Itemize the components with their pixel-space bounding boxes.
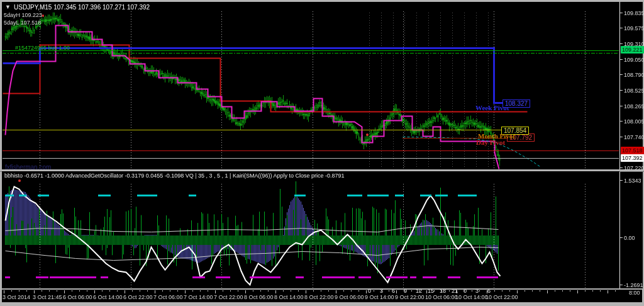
time-axis-label: 8 Oct 14:00: [274, 294, 304, 300]
month-pivot-label: Month Pivot: [478, 133, 515, 140]
price-axis-label: 108.005: [624, 118, 644, 125]
hour-number: 9: [404, 288, 407, 294]
five-day-high-label: 5dayH 109.223: [4, 13, 42, 18]
time-axis-label: 9 Oct 14:00: [365, 294, 394, 300]
price-axis-label: 108.265: [624, 103, 644, 110]
hour-number: 6: [392, 288, 395, 294]
osc-axis-label: 1.5343: [624, 178, 641, 184]
hour-number: 0: [368, 288, 371, 294]
price-axis-label: 108.790: [624, 72, 644, 78]
price-axis-label: 109.575: [624, 25, 644, 31]
hour-number: 0: [464, 288, 467, 294]
mt4-chart-window: ▼ USDJPY,M15 107.345 107.396 107.271 107…: [0, 0, 644, 306]
hour-number: 12: [416, 288, 422, 294]
price-axis-tag: 107.392: [621, 154, 644, 162]
time-axis-label: 10 Oct 14:00: [455, 294, 488, 300]
time-axis-label: 3 Oct 2014: [3, 294, 30, 300]
time-axis-label: 8 Oct 06:00: [244, 294, 274, 300]
corner-time-label: 8:00: [629, 290, 640, 296]
hour-number: 18: [440, 288, 446, 294]
collapse-icon[interactable]: ▼: [5, 4, 11, 10]
open-order-label: #154724965 buy 1.00: [15, 45, 70, 51]
price-axis-tag: 109.221: [621, 46, 644, 54]
time-axis-label: 10 Oct 06:00: [425, 294, 458, 300]
watermark: fxfisherman.com: [5, 164, 51, 171]
oscillator-panel[interactable]: [2, 171, 619, 288]
hour-number: 15: [428, 288, 434, 294]
price-axis-label: 108.525: [624, 88, 644, 94]
price-axis-tag: 107.518: [621, 147, 644, 154]
osc-axis-label: 0.00: [624, 235, 635, 241]
time-axis-label: 7 Oct 22:00: [214, 294, 243, 300]
time-axis-label: 9 Oct 06:00: [335, 294, 364, 300]
day-pivot-label: Day Pivot: [476, 139, 505, 146]
time-axis-label: 7 Oct 14:00: [184, 294, 213, 300]
hour-number: 6: [487, 288, 491, 294]
price-axis-label: 107.740: [624, 134, 644, 140]
time-axis-label: 10 Oct 22:00: [486, 294, 518, 300]
time-axis-label: 6 Oct 22:00: [123, 294, 153, 300]
time-axis-label: 3 Oct 21:45: [33, 294, 62, 300]
week-pivot-price-tag: 108.327: [502, 99, 530, 108]
time-axis-label: 8 Oct 22:00: [304, 294, 334, 300]
price-axis-label: 109.050: [624, 57, 644, 63]
time-axis-label: 9 Oct 22:00: [395, 294, 425, 300]
five-day-low-label: 5dayL 107.518: [4, 20, 41, 26]
chart-title: USDJPY,M15 107.345 107.396 107.271 107.3…: [14, 4, 150, 11]
time-axis-label: 6 Oct 06:00: [63, 294, 92, 300]
window-frame-bottom: [0, 302, 644, 306]
osc-axis-label: -1.2691: [624, 282, 643, 288]
indicator-header: bbhisto -0.6571 -1.0000 AdvancedGetOscil…: [4, 173, 344, 179]
hour-number: 3: [380, 288, 383, 294]
main-price-chart[interactable]: [2, 2, 619, 169]
hour-number: 3: [475, 288, 479, 294]
price-axis-label: 109.835: [624, 10, 644, 16]
hour-number: 21: [452, 288, 458, 294]
time-axis-label: 6 Oct 14:00: [93, 294, 123, 300]
price-axis-label: 107.220: [624, 165, 644, 171]
time-axis-label: 7 Oct 06:00: [153, 294, 183, 300]
